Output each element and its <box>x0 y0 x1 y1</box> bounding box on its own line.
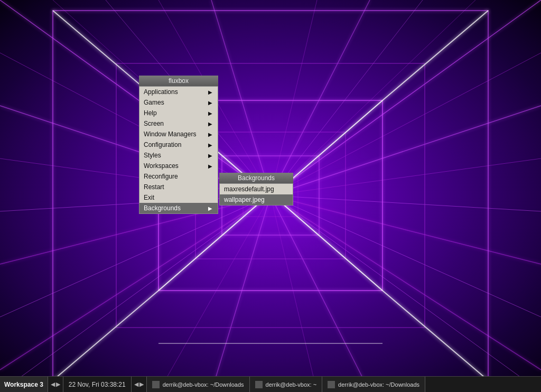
prev-workspace-arrow[interactable]: ◀ <box>51 381 55 388</box>
workspace-button[interactable]: Workspace 3 <box>0 377 48 392</box>
menu-item-window-managers[interactable]: Window Managers ▶ <box>139 129 218 139</box>
fluxbox-menu: fluxbox Applications ▶ Games ▶ Help ▶ Sc… <box>139 76 218 214</box>
terminal-2-label: derrik@deb-vbox: ~ <box>266 381 316 388</box>
menu-item-backgrounds[interactable]: Backgrounds ▶ <box>139 203 218 213</box>
menu-item-reconfigure[interactable]: Reconfigure <box>139 171 218 182</box>
menu-item-styles[interactable]: Styles ▶ <box>139 150 218 161</box>
terminal-3[interactable]: derrik@deb-vbox: ~/Downloads <box>322 377 425 392</box>
menu-item-configuration[interactable]: Configuration ▶ <box>139 139 218 150</box>
submenu-arrow: ▶ <box>208 163 212 169</box>
terminal-icon <box>255 381 263 388</box>
menu-item-help[interactable]: Help ▶ <box>139 108 218 118</box>
workspace-label: Workspace 3 <box>4 381 43 388</box>
submenu-arrow: ▶ <box>208 110 212 116</box>
next-workspace-arrow[interactable]: ▶ <box>56 381 60 388</box>
submenu-item-wallpaper[interactable]: wallpaper.jpeg <box>220 194 293 205</box>
terminal-1[interactable]: derrik@deb-vbox: ~/Downloads <box>147 377 250 392</box>
submenu-arrow: ▶ <box>208 153 212 158</box>
taskbar-datetime: 22 Nov, Fri 03:38:21 <box>63 377 132 392</box>
submenu-arrow: ▶ <box>208 206 212 211</box>
terminal-2[interactable]: derrik@deb-vbox: ~ <box>250 377 322 392</box>
menu-body: Applications ▶ Games ▶ Help ▶ Screen ▶ W… <box>139 87 218 214</box>
menu-title: fluxbox <box>139 76 218 87</box>
submenu-arrow: ▶ <box>208 89 212 95</box>
submenu-arrow: ▶ <box>208 132 212 137</box>
menu-item-restart[interactable]: Restart <box>139 182 218 192</box>
terminal-icon <box>152 381 160 388</box>
terminal-icon <box>328 381 335 388</box>
taskbar: Workspace 3 ◀ ▶ 22 Nov, Fri 03:38:21 ◀ ▶… <box>0 376 541 392</box>
backgrounds-submenu: Backgrounds maxresdefault.jpg wallpaper.… <box>219 173 293 206</box>
menu-item-screen[interactable]: Screen ▶ <box>139 118 218 129</box>
menu-item-exit[interactable]: Exit <box>139 192 218 203</box>
submenu-title: Backgrounds <box>219 173 293 184</box>
submenu-arrow: ▶ <box>208 100 212 106</box>
menu-item-workspaces[interactable]: Workspaces ▶ <box>139 161 218 171</box>
layout-prev-arrow[interactable]: ◀ <box>134 381 138 388</box>
taskbar-nav: ◀ ▶ <box>48 377 63 392</box>
submenu-arrow: ▶ <box>208 142 212 148</box>
submenu-body: maxresdefault.jpg wallpaper.jpeg <box>219 184 293 206</box>
submenu-item-maxresdefault[interactable]: maxresdefault.jpg <box>220 184 293 194</box>
layout-next-arrow[interactable]: ▶ <box>139 381 144 388</box>
terminal-1-label: derrik@deb-vbox: ~/Downloads <box>163 381 244 388</box>
terminal-3-label: derrik@deb-vbox: ~/Downloads <box>338 381 419 388</box>
submenu-arrow: ▶ <box>208 121 212 127</box>
menu-item-applications[interactable]: Applications ▶ <box>139 87 218 97</box>
menu-item-games[interactable]: Games ▶ <box>139 97 218 108</box>
taskbar-layout-arrows: ◀ ▶ <box>132 377 147 392</box>
